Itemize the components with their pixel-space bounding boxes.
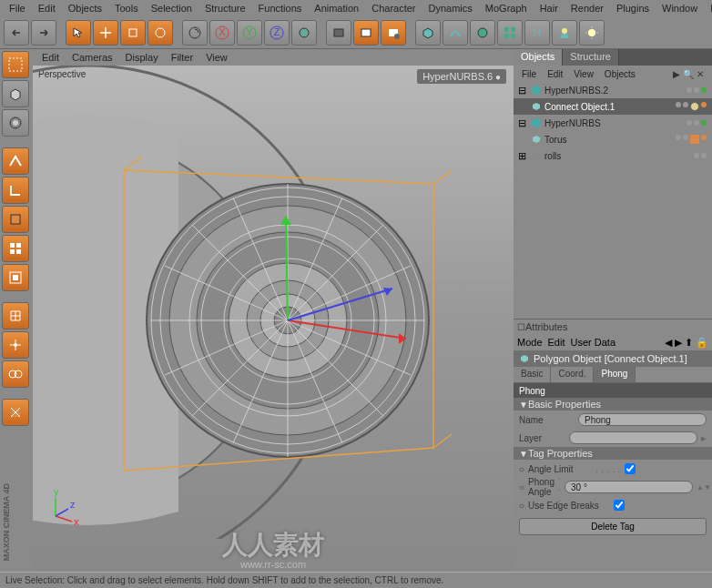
expand-icon[interactable]: ⊟ [515, 84, 528, 96]
main-menubar: File Edit Objects Tools Selection Struct… [0, 0, 712, 16]
viewport-3d[interactable]: Perspective HyperNURBS.6 ● [33, 66, 514, 572]
enable-axis-tool[interactable] [2, 331, 29, 359]
snap-tool[interactable] [2, 360, 29, 388]
attr-subsection-basic[interactable]: ▼ Basic Properties [514, 398, 712, 411]
objects-menu-file[interactable]: File [517, 67, 541, 81]
menu-objects[interactable]: Objects [63, 1, 107, 15]
undo-button[interactable] [4, 20, 29, 46]
objects-menu-edit[interactable]: Edit [543, 67, 567, 81]
attr-edgebreaks-checkbox[interactable] [614, 500, 625, 511]
menu-functions[interactable]: Functions [253, 1, 308, 15]
attr-menu-edit[interactable]: Edit [548, 337, 565, 348]
attr-anglelimit-checkbox[interactable] [625, 463, 636, 474]
attr-section-phong: Phong [514, 383, 712, 398]
tree-label[interactable]: Torus [544, 135, 676, 145]
attributes-tabs: Basic Coord. Phong [514, 367, 712, 383]
expand-icon[interactable]: ⊟ [515, 117, 528, 129]
polygon-icon [530, 100, 543, 113]
menu-window[interactable]: Window [656, 1, 703, 15]
viewport-menu-display[interactable]: Display [120, 50, 164, 65]
model-tool[interactable] [2, 80, 29, 107]
menu-file[interactable]: File [4, 1, 31, 15]
attr-tab-phong[interactable]: Phong [594, 367, 636, 382]
polygon-tool[interactable] [2, 206, 29, 233]
app-logo: MAXON CINEMA 4D [2, 483, 11, 561]
svg-rect-27 [10, 249, 15, 254]
primitive-button[interactable] [415, 20, 441, 46]
attr-tab-coord[interactable]: Coord. [551, 367, 594, 382]
nurbs-button[interactable] [470, 20, 495, 46]
tree-row: ⊟ HyperNURBS.2 [514, 82, 712, 98]
live-select-tool[interactable] [2, 51, 29, 78]
svg-rect-21 [9, 58, 22, 71]
edge-tool[interactable] [2, 177, 29, 204]
redo-button[interactable] [31, 20, 56, 46]
attr-menu-mode[interactable]: Mode [517, 337, 543, 348]
last-tool[interactable] [182, 20, 208, 46]
delete-tag-button[interactable]: Delete Tag [519, 518, 707, 535]
tree-label[interactable]: HyperNURBS.2 [544, 86, 687, 96]
render-active-button[interactable] [353, 20, 379, 46]
svg-point-14 [478, 28, 487, 37]
attr-edgebreaks-label: Use Edge Breaks [528, 501, 610, 511]
axis-tool[interactable] [2, 264, 29, 291]
menu-structure[interactable]: Structure [199, 1, 251, 15]
render-view-button[interactable] [326, 20, 351, 46]
menu-mograph[interactable]: MoGraph [480, 1, 533, 15]
viewport-menu-filter[interactable]: Filter [166, 50, 198, 65]
enable-snap-tool[interactable] [2, 399, 29, 426]
menu-tools[interactable]: Tools [109, 1, 144, 15]
viewport-menu-view[interactable]: View [200, 50, 233, 65]
menu-dynamics[interactable]: Dynamics [423, 1, 478, 15]
scene-button[interactable] [552, 20, 577, 46]
viewport-menu-edit[interactable]: Edit [36, 50, 65, 65]
menu-render[interactable]: Render [565, 1, 609, 15]
tweak-tool[interactable] [2, 302, 29, 329]
attr-menu-userdata[interactable]: User Data [571, 337, 616, 348]
tree-label[interactable]: rolls [544, 151, 694, 161]
array-button[interactable] [497, 20, 523, 46]
attr-tab-basic[interactable]: Basic [514, 367, 551, 382]
menu-character[interactable]: Character [366, 1, 421, 15]
light-button[interactable] [579, 20, 605, 46]
menu-plugins[interactable]: Plugins [611, 1, 655, 15]
tab-objects[interactable]: Objects [514, 49, 563, 66]
x-axis-button[interactable]: X [209, 20, 235, 46]
svg-point-31 [14, 343, 17, 347]
menu-edit[interactable]: Edit [33, 1, 61, 15]
point-tool[interactable] [2, 147, 29, 175]
scale-tool[interactable] [120, 20, 146, 46]
spline-button[interactable] [442, 20, 468, 46]
objects-menu-view[interactable]: View [569, 67, 598, 81]
move-tool[interactable] [93, 20, 118, 46]
coord-system-button[interactable] [291, 20, 317, 46]
y-axis-button[interactable]: Y [237, 20, 262, 46]
attr-layer-input[interactable] [569, 431, 697, 444]
attr-subsection-tag[interactable]: ▼ Tag Properties [514, 447, 712, 460]
tree-label[interactable]: Connect Object.1 [544, 102, 676, 112]
svg-rect-11 [361, 29, 371, 36]
grid-tool[interactable] [2, 235, 29, 262]
menu-animation[interactable]: Animation [309, 1, 364, 15]
select-tool[interactable] [66, 20, 91, 46]
z-axis-button[interactable]: Z [264, 20, 290, 46]
menu-help[interactable]: Help [705, 1, 712, 15]
tree-row: ⊟ HyperNURBS [514, 115, 712, 131]
attr-phongangle-input[interactable] [565, 481, 693, 493]
object-tree[interactable]: ⊟ HyperNURBS.2 Connect Object.1 ⊟ HyperN… [514, 82, 712, 319]
svg-text:x: x [74, 516, 79, 527]
objects-menu-objects[interactable]: Objects [600, 67, 640, 81]
svg-text:y: y [54, 486, 59, 497]
expand-icon[interactable]: ⊞ [515, 149, 528, 162]
svg-rect-24 [11, 215, 20, 224]
rotate-tool[interactable] [147, 20, 173, 46]
tree-label[interactable]: HyperNURBS [544, 118, 687, 128]
tab-structure[interactable]: Structure [563, 49, 619, 66]
attr-name-input[interactable] [578, 413, 707, 426]
render-settings-button[interactable] [381, 20, 406, 46]
viewport-menu-cameras[interactable]: Cameras [66, 50, 118, 65]
texture-tool[interactable] [2, 109, 29, 137]
deformer-button[interactable] [524, 20, 550, 46]
menu-selection[interactable]: Selection [146, 1, 198, 15]
menu-hair[interactable]: Hair [534, 1, 564, 15]
